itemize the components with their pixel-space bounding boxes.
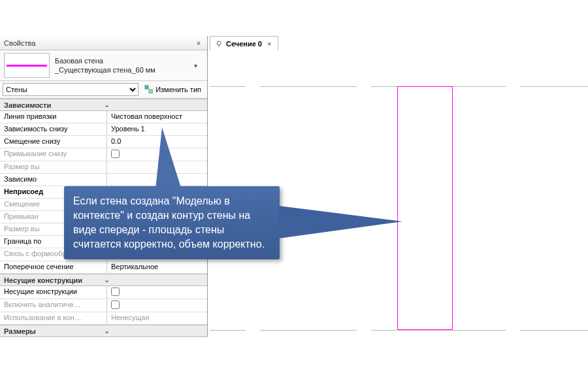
edit-type-icon	[144, 85, 154, 94]
category-select[interactable]: Стены	[3, 83, 139, 96]
type-swatch	[4, 53, 50, 78]
svg-marker-4	[155, 127, 182, 189]
callout-body: Если стена создана "Моделью в контексте"…	[64, 186, 280, 259]
view-tabs: Сечение 0 ×	[210, 36, 278, 50]
type-label: Базовая стена _Существующая стена_60 мм	[50, 56, 194, 74]
svg-rect-0	[145, 86, 148, 89]
prop-row[interactable]: Несущие конструкции	[0, 286, 207, 299]
panel-title: Свойства	[4, 39, 194, 47]
pin-icon[interactable]	[216, 41, 222, 47]
chevron-down-icon[interactable]: ▾	[194, 62, 203, 69]
collapse-icon[interactable]: ⌄	[104, 327, 204, 335]
panel-header: Свойства ×	[0, 36, 207, 50]
edit-type-button[interactable]: Изменить тип	[141, 83, 204, 96]
prop-row[interactable]: Поперечное сечениеВертикальное	[0, 261, 207, 274]
panel-close-button[interactable]: ×	[194, 39, 203, 47]
checkbox[interactable]	[111, 301, 120, 309]
prop-row[interactable]: Включить аналитиче…	[0, 299, 207, 312]
filter-row: Стены Изменить тип	[0, 81, 207, 99]
tab-close-button[interactable]: ×	[266, 40, 272, 48]
svg-point-2	[217, 41, 221, 45]
collapse-icon[interactable]: ⌄	[104, 101, 204, 109]
group-dimensions[interactable]: Размеры⌄	[0, 325, 207, 337]
wall-outline[interactable]	[397, 86, 453, 330]
collapse-icon[interactable]: ⌄	[104, 276, 204, 284]
svg-marker-5	[278, 206, 402, 238]
prop-row[interactable]: Использование в кон…Ненесущая	[0, 312, 207, 325]
tab-section[interactable]: Сечение 0 ×	[210, 36, 278, 50]
svg-rect-1	[149, 90, 152, 93]
group-structural[interactable]: Несущие конструкции⌄	[0, 274, 207, 286]
tab-label: Сечение 0	[226, 40, 262, 48]
type-selector[interactable]: Базовая стена _Существующая стена_60 мм …	[0, 50, 207, 81]
callout-tooltip: Если стена создана "Моделью в контексте"…	[64, 186, 280, 259]
callout-pointer-up	[155, 127, 182, 189]
group-dependencies[interactable]: Зависимости⌄	[0, 99, 207, 111]
checkbox[interactable]	[111, 150, 120, 158]
callout-pointer-right	[278, 206, 402, 238]
prop-row[interactable]: Линия привязкиЧистовая поверхност	[0, 111, 207, 123]
checkbox[interactable]	[111, 287, 120, 296]
